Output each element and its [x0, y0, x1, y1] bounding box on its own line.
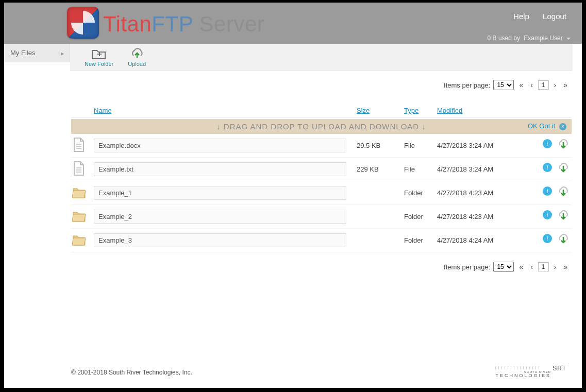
download-button[interactable]: [557, 139, 570, 152]
info-button[interactable]: i: [543, 210, 552, 219]
filename-input[interactable]: [94, 210, 346, 224]
pager-last[interactable]: »: [561, 81, 570, 89]
file-modified: 4/27/2018 4:23 AM: [437, 213, 509, 220]
cloud-upload-icon: [129, 47, 145, 60]
main: New Folder Upload Items per page: 15 « ‹…: [70, 44, 573, 362]
pager-last[interactable]: »: [561, 263, 570, 271]
svg-rect-1: [99, 52, 100, 56]
sidebar-item-my-files[interactable]: My Files ▸: [4, 44, 70, 62]
copyright: © 2001-2018 South River Technologies, In…: [71, 369, 192, 376]
cloud-download-icon: [557, 210, 570, 221]
pager-current: 1: [538, 80, 549, 90]
folder-icon: [72, 208, 86, 224]
chevron-right-icon: ▸: [61, 49, 64, 57]
download-button[interactable]: [557, 163, 570, 176]
drag-drop-banner: ↓ DRAG AND DROP TO UPLOAD AND DOWNLOAD ↓…: [71, 119, 572, 134]
cloud-download-icon: [557, 163, 570, 174]
table-header: Name Size Type Modified: [71, 105, 572, 118]
swirl-icon: [71, 11, 95, 35]
file-modified: 4/27/2018 3:24 AM: [437, 142, 509, 149]
items-per-page-label: Items per page:: [444, 81, 490, 89]
col-size[interactable]: Size: [357, 107, 370, 114]
dismiss-label: OK Got it: [528, 122, 555, 130]
user-name: Example User: [524, 35, 562, 42]
pager-first[interactable]: «: [517, 81, 525, 89]
upload-button[interactable]: Upload: [128, 47, 146, 67]
download-button[interactable]: [557, 234, 570, 247]
pager-first[interactable]: «: [517, 263, 525, 271]
items-per-page-select[interactable]: 15: [493, 262, 514, 272]
cloud-download-icon: [557, 186, 570, 198]
header: TitanFTP Server Help Logout 0 B used by …: [4, 3, 582, 44]
filename-input[interactable]: [94, 139, 346, 152]
file-modified: 4/27/2018 3:24 AM: [437, 165, 509, 173]
info-button[interactable]: i: [543, 139, 552, 148]
pager-bottom: Items per page: 15 « ‹ 1 › »: [70, 252, 573, 286]
file-modified: 4/27/2018 4:24 AM: [437, 236, 509, 244]
file-type: Folder: [404, 236, 437, 244]
brand-logo: [67, 7, 99, 39]
file-type: Folder: [404, 189, 437, 197]
info-button[interactable]: i: [543, 234, 552, 243]
new-folder-label: New Folder: [85, 61, 113, 67]
items-per-page-select[interactable]: 15: [493, 80, 514, 90]
items-per-page-label: Items per page:: [444, 263, 490, 271]
table-row: Folder4/27/2018 4:24 AMi: [71, 229, 572, 252]
brand-title: TitanFTP Server: [103, 12, 264, 37]
brand-part2: FTP: [152, 12, 193, 36]
download-button[interactable]: [557, 186, 570, 199]
srt-line: TECHNOLOGIES: [495, 373, 551, 379]
info-button[interactable]: i: [543, 186, 552, 196]
file-modified: 4/27/2018 4:23 AM: [437, 189, 509, 197]
table-row: 29.5 KBFile4/27/2018 3:24 AMi: [71, 134, 572, 158]
pager-prev[interactable]: ‹: [528, 263, 535, 271]
close-icon: ×: [559, 123, 566, 130]
file-table: Name Size Type Modified ↓ DRAG AND DROP …: [70, 105, 573, 252]
logout-link[interactable]: Logout: [543, 12, 566, 21]
pager-prev[interactable]: ‹: [528, 81, 535, 89]
folder-plus-icon: [91, 47, 107, 60]
brand-part1: Titan: [103, 12, 152, 36]
pager-top: Items per page: 15 « ‹ 1 › »: [70, 71, 573, 105]
sidebar-item-label: My Files: [10, 49, 35, 57]
col-modified[interactable]: Modified: [437, 107, 462, 114]
filename-input[interactable]: [94, 186, 346, 200]
col-name[interactable]: Name: [94, 107, 112, 114]
folder-icon: [72, 232, 86, 247]
file-type: File: [404, 165, 437, 173]
table-row: Folder4/27/2018 4:23 AMi: [71, 205, 572, 229]
usage-prefix: 0 B used by: [488, 35, 522, 42]
cloud-download-icon: [557, 234, 570, 245]
cloud-download-icon: [557, 139, 570, 150]
brand-part3: Server: [193, 12, 264, 36]
download-button[interactable]: [557, 210, 570, 223]
pager-next[interactable]: ›: [552, 81, 559, 89]
help-link[interactable]: Help: [513, 12, 529, 21]
srt-logo: SOUTH RIVER TECHNOLOGIES: [495, 366, 566, 379]
table-row: 229 KBFile4/27/2018 3:24 AMi: [71, 158, 572, 181]
file-type: Folder: [404, 213, 437, 220]
pager-next[interactable]: ›: [552, 263, 559, 271]
new-folder-button[interactable]: New Folder: [85, 47, 113, 67]
header-links: Help Logout: [502, 12, 566, 21]
toolbar: New Folder Upload: [70, 44, 573, 71]
file-size: 29.5 KB: [357, 142, 404, 149]
wave-icon: [495, 366, 542, 369]
filename-input[interactable]: [94, 233, 346, 247]
file-icon: [72, 137, 86, 152]
table-row: Folder4/27/2018 4:23 AMi: [71, 181, 572, 205]
user-dropdown[interactable]: Example User: [524, 35, 571, 42]
dismiss-banner-button[interactable]: OK Got it ×: [528, 122, 566, 130]
col-type[interactable]: Type: [404, 107, 418, 114]
file-size: 229 KB: [357, 165, 404, 173]
caret-down-icon: [566, 38, 571, 40]
footer: © 2001-2018 South River Technologies, In…: [71, 366, 566, 379]
filename-input[interactable]: [94, 162, 346, 176]
folder-icon: [72, 184, 86, 200]
sidebar: My Files ▸: [4, 44, 70, 62]
usage-text: 0 B used by Example User: [488, 35, 571, 42]
info-button[interactable]: i: [543, 163, 552, 172]
pager-current: 1: [538, 262, 549, 271]
file-icon: [72, 161, 86, 176]
upload-label: Upload: [128, 61, 146, 67]
